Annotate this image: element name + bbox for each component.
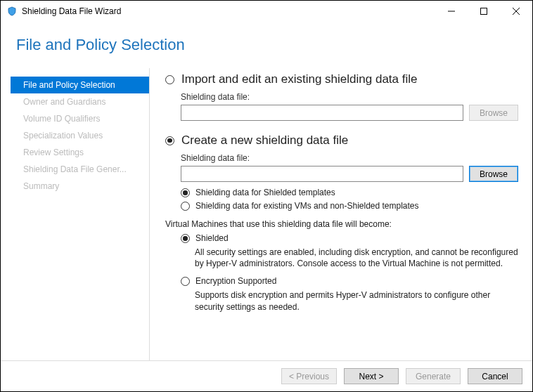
window-title: Shielding Data File Wizard [22, 6, 121, 16]
sidebar-item-file-policy[interactable]: File and Policy Selection [11, 77, 149, 93]
option-import-label: Import and edit an existing shielding da… [181, 72, 417, 86]
vm-become-label: Virtual Machines that use this shielding… [165, 219, 518, 229]
option-import-head[interactable]: Import and edit an existing shielding da… [165, 72, 518, 86]
create-file-label: Shielding data file: [181, 153, 518, 163]
sidebar-item-owner-guardians[interactable]: Owner and Guardians [11, 93, 149, 110]
close-button[interactable] [500, 1, 532, 22]
create-file-input[interactable] [181, 166, 463, 182]
sidebar-item-generation[interactable]: Shielding Data File Gener... [11, 161, 149, 178]
sidebar-item-review[interactable]: Review Settings [11, 144, 149, 161]
radio-import[interactable] [165, 75, 174, 84]
cancel-button[interactable]: Cancel [468, 368, 522, 384]
vm-option-encryption[interactable]: Encryption Supported [181, 276, 518, 286]
radio-vm-shielded[interactable] [181, 234, 190, 243]
vm-shielded-desc: All security settings are enabled, inclu… [195, 247, 518, 269]
import-file-label: Shielding data file: [181, 92, 518, 102]
vm-encryption-desc: Supports disk encryption and permits Hyp… [195, 289, 518, 312]
app-shield-icon [6, 6, 18, 17]
maximize-button[interactable] [468, 1, 500, 22]
generate-button[interactable]: Generate [406, 368, 461, 384]
titlebar: Shielding Data File Wizard [1, 1, 532, 22]
page-title: File and Policy Selection [1, 22, 532, 65]
radio-template-shielded[interactable] [181, 188, 190, 197]
sidebar-item-specialization[interactable]: Specialization Values [11, 127, 149, 144]
template-option-shielded[interactable]: Shielding data for Shielded templates [181, 188, 518, 197]
svg-rect-1 [481, 8, 487, 15]
sidebar: File and Policy Selection Owner and Guar… [11, 68, 150, 360]
option-create-head[interactable]: Create a new shielding data file [165, 133, 518, 148]
radio-create[interactable] [165, 136, 174, 145]
minimize-button[interactable] [435, 1, 468, 22]
previous-button[interactable]: < Previous [281, 368, 337, 384]
vm-option-shielded[interactable]: Shielded [181, 233, 518, 243]
option-create-label: Create a new shielding data file [181, 133, 348, 148]
import-browse-button[interactable]: Browse [469, 105, 518, 121]
create-browse-button[interactable]: Browse [469, 166, 518, 182]
footer: < Previous Next > Generate Cancel [1, 360, 532, 391]
sidebar-item-summary[interactable]: Summary [11, 178, 149, 195]
radio-template-existing[interactable] [181, 202, 190, 211]
template-option-existing[interactable]: Shielding data for existing VMs and non-… [181, 201, 518, 211]
main-panel: Import and edit an existing shielding da… [150, 68, 532, 360]
radio-vm-encryption[interactable] [181, 277, 190, 286]
import-file-input[interactable] [181, 105, 463, 121]
next-button[interactable]: Next > [344, 368, 399, 384]
sidebar-item-volume-id[interactable]: Volume ID Qualifiers [11, 110, 149, 127]
